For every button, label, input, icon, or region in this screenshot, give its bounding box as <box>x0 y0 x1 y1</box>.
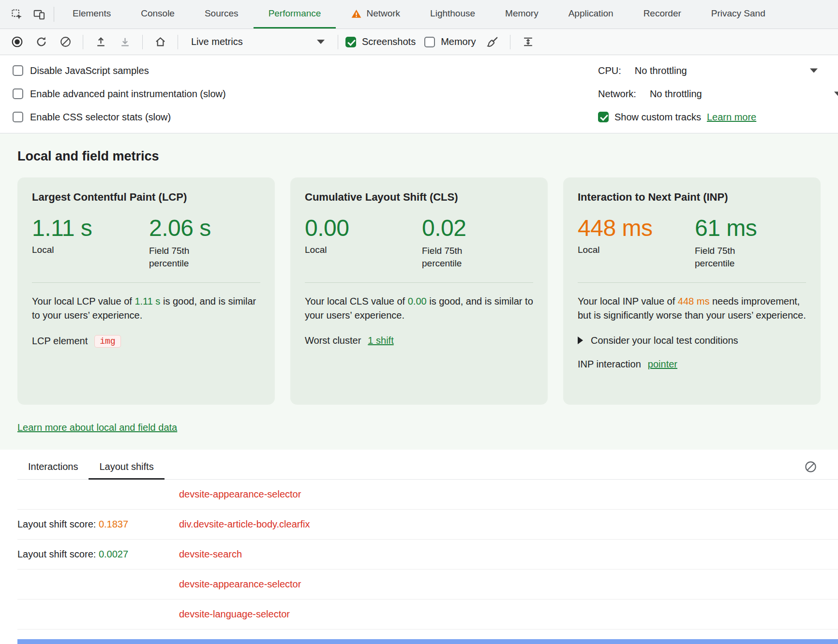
layout-shift-row[interactable]: Layout shift score: 0.1837 div.devsite-a… <box>17 510 838 540</box>
screenshots-checkbox[interactable] <box>345 37 356 47</box>
clear-icon <box>804 460 817 473</box>
lcp-field-block: 2.06 s Field 75th percentile <box>149 216 211 270</box>
node-link[interactable]: devsite-appearance-selector <box>179 579 301 590</box>
desc-value: 448 ms <box>678 296 710 307</box>
warning-icon <box>351 8 362 19</box>
shift-score-cell: Layout shift score: 0.0027 <box>17 549 179 560</box>
tab-application[interactable]: Application <box>554 0 628 29</box>
record-icon <box>11 36 23 48</box>
node-link[interactable]: devsite-appearance-selector <box>179 489 301 500</box>
learn-more-link[interactable]: Learn more <box>707 112 756 123</box>
tab-label: Sources <box>205 8 239 19</box>
consider-local-conditions-disclosure[interactable]: Consider your local test conditions <box>578 335 806 346</box>
tab-network[interactable]: Network <box>336 0 415 29</box>
collect-garbage-button[interactable] <box>482 32 503 52</box>
node-link[interactable]: devsite-search <box>179 549 242 560</box>
checkbox-label: Enable CSS selector stats (slow) <box>30 112 171 123</box>
inp-interaction-row: INP interaction pointer <box>578 359 806 370</box>
tab-label: Recorder <box>643 8 681 19</box>
disclosure-label: Consider your local test conditions <box>591 335 738 346</box>
card-divider <box>578 282 806 283</box>
inp-field-block: 61 ms Field 75th percentile <box>695 216 757 270</box>
devtools-window: Elements Console Sources Performance Net… <box>0 0 838 644</box>
card-divider <box>32 282 260 283</box>
network-throttling-select[interactable]: No throttling <box>650 88 702 100</box>
field-label: Field 75th percentile <box>422 245 481 269</box>
tab-label: Performance <box>269 8 321 19</box>
node-link[interactable]: devsite-language-selector <box>179 609 290 620</box>
field-label: Field 75th percentile <box>695 245 754 269</box>
tab-recorder[interactable]: Recorder <box>628 0 696 29</box>
layout-shift-row[interactable]: devsite-appearance-selector <box>17 570 838 600</box>
show-custom-tracks-label: Show custom tracks <box>614 112 701 123</box>
tab-label: Interactions <box>28 461 78 472</box>
card-divider <box>305 282 533 283</box>
divider <box>510 35 510 49</box>
node-link[interactable]: div.devsite-article-body.clearfix <box>179 519 310 530</box>
lcp-element-node-chip[interactable]: img <box>94 335 120 348</box>
clear-log-button[interactable] <box>802 458 819 475</box>
tab-label: Memory <box>505 8 539 19</box>
layout-shift-row[interactable]: Layout shift score: 0.0027 devsite-searc… <box>17 540 838 570</box>
shift-score-value: 0.0027 <box>99 549 128 559</box>
network-label: Network: <box>598 88 636 100</box>
tab-label: Layout shifts <box>99 461 153 472</box>
one-shift-link[interactable]: 1 shift <box>368 335 393 346</box>
cpu-throttling-row: CPU: No throttling <box>598 59 838 82</box>
pointer-link[interactable]: pointer <box>648 359 677 370</box>
desc-text: Your local INP value of <box>578 296 678 307</box>
local-label: Local <box>578 245 695 255</box>
shift-score-label: Layout shift score: <box>17 549 99 559</box>
cpu-label: CPU: <box>598 65 621 76</box>
disable-js-samples-checkbox[interactable] <box>13 65 23 76</box>
tab-memory[interactable]: Memory <box>490 0 554 29</box>
tab-label: Elements <box>73 8 111 19</box>
clear-button[interactable] <box>55 32 75 52</box>
log-tab-bar: Interactions Layout shifts <box>17 454 838 480</box>
inp-card: Interaction to Next Paint (INP) 448 ms L… <box>563 177 821 405</box>
selected-row-highlight <box>17 639 838 644</box>
screenshots-toggle[interactable]: Screenshots <box>345 36 416 47</box>
record-button[interactable] <box>7 32 27 52</box>
tab-performance[interactable]: Performance <box>254 0 336 29</box>
inp-description: Your local INP value of 448 ms needs imp… <box>578 294 806 322</box>
memory-toggle[interactable]: Memory <box>424 36 476 47</box>
triangle-right-icon <box>578 337 583 344</box>
inspect-element-button[interactable] <box>6 0 28 29</box>
inspect-cursor-icon <box>11 8 23 21</box>
lcp-card-title: Largest Contentful Paint (LCP) <box>32 191 260 204</box>
home-button[interactable] <box>150 32 170 52</box>
lcp-description: Your local LCP value of 1.11 s is good, … <box>32 294 260 322</box>
upload-icon <box>95 36 107 48</box>
shift-score-label: Layout shift score: <box>17 519 99 529</box>
tab-sources[interactable]: Sources <box>190 0 254 29</box>
tab-privacy-sandbox[interactable]: Privacy Sand <box>696 0 780 29</box>
tab-lighthouse[interactable]: Lighthouse <box>415 0 490 29</box>
history-select[interactable]: Live metrics <box>185 36 330 47</box>
load-profile-button[interactable] <box>90 32 111 52</box>
tab-layout-shifts[interactable]: Layout shifts <box>89 454 164 479</box>
local-field-metrics-section: Local and field metrics Largest Contentf… <box>0 133 838 450</box>
layout-shift-row[interactable]: devsite-appearance-selector <box>17 480 838 510</box>
show-custom-tracks-row[interactable]: Show custom tracks Learn more <box>598 105 838 129</box>
device-toolbar-button[interactable] <box>28 0 50 29</box>
cls-card: Cumulative Layout Shift (CLS) 0.00 Local… <box>290 177 548 405</box>
cpu-throttling-select[interactable]: No throttling <box>635 65 687 76</box>
field-label: Field 75th percentile <box>149 245 208 269</box>
tab-interactions[interactable]: Interactions <box>17 454 89 479</box>
save-profile-button[interactable] <box>115 32 135 52</box>
css-selector-stats-checkbox[interactable] <box>13 112 23 122</box>
shortcuts-dialog-button[interactable] <box>518 32 538 52</box>
lcp-element-row: LCP element img <box>32 335 260 348</box>
advanced-paint-instrumentation-checkbox[interactable] <box>13 88 23 99</box>
cls-card-title: Cumulative Layout Shift (CLS) <box>305 191 533 204</box>
learn-more-local-field-link[interactable]: Learn more about local and field data <box>17 422 177 433</box>
record-and-reload-button[interactable] <box>31 32 51 52</box>
memory-checkbox[interactable] <box>424 37 435 47</box>
tab-elements[interactable]: Elements <box>58 0 126 29</box>
capture-settings-panel: Disable JavaScript samples Enable advanc… <box>0 55 838 133</box>
show-custom-tracks-checkbox[interactable] <box>598 112 609 122</box>
chevron-down-icon <box>834 92 838 96</box>
tab-console[interactable]: Console <box>126 0 190 29</box>
layout-shift-row[interactable]: devsite-language-selector <box>17 600 838 629</box>
